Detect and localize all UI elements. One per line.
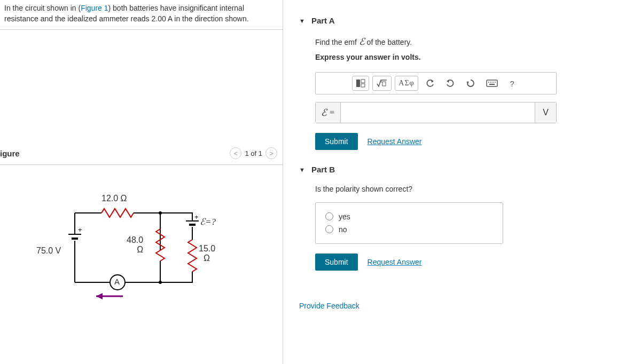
problem-statement: In the circuit shown in (Figure 1) both …	[0, 0, 283, 30]
figure-section: igure < 1 of 1 >	[0, 30, 283, 364]
v1-label: 75.0 V	[36, 246, 61, 256]
request-answer-b[interactable]: Request Answer	[368, 258, 422, 266]
answer-toolbar: x ΑΣφ	[315, 72, 557, 94]
sqrt-button[interactable]: x	[372, 76, 392, 91]
svg-text:x: x	[380, 80, 382, 83]
radio-yes-input[interactable]	[325, 212, 333, 220]
provide-feedback-link[interactable]: Provide Feedback	[299, 302, 359, 310]
submit-button-a[interactable]: Submit	[315, 133, 358, 150]
part-b-block: ▼ Part B Is the polarity shown correct? …	[299, 165, 625, 270]
svg-point-10	[159, 281, 162, 284]
svg-point-23	[495, 82, 496, 83]
part-b-title: Part B	[311, 165, 335, 174]
svg-text:+: +	[194, 213, 199, 221]
collapse-icon: ▼	[299, 18, 305, 24]
ammeter-label: A	[114, 277, 120, 286]
part-a-instruction: Express your answer in volts.	[315, 52, 625, 62]
r3-label: 15.0 Ω	[199, 244, 215, 263]
radio-group: yes no	[315, 202, 503, 244]
svg-point-22	[493, 82, 494, 83]
undo-button[interactable]	[421, 76, 439, 91]
svg-point-9	[159, 211, 162, 215]
answer-suffix: V	[535, 102, 556, 123]
radio-no-input[interactable]	[325, 225, 333, 233]
right-panel: ▼ Part A Find the emf ℰ of the battery. …	[283, 0, 641, 364]
svg-rect-19	[487, 80, 497, 86]
svg-point-20	[488, 82, 489, 83]
part-a-header[interactable]: ▼ Part A	[299, 16, 625, 25]
svg-text:+: +	[78, 226, 82, 234]
radio-yes[interactable]: yes	[325, 210, 493, 223]
svg-rect-11	[356, 80, 360, 87]
reset-button[interactable]	[462, 76, 479, 91]
help-button[interactable]: ?	[505, 76, 520, 91]
svg-marker-8	[96, 293, 103, 299]
circuit-diagram: + +	[32, 197, 224, 304]
redo-button[interactable]	[442, 76, 459, 91]
answer-row: ℰ = V	[315, 102, 557, 123]
keyboard-button[interactable]	[482, 76, 502, 91]
svg-rect-24	[489, 84, 495, 85]
problem-prefix: In the circuit shown in (	[4, 4, 81, 12]
greek-button[interactable]: ΑΣφ	[395, 76, 418, 91]
submit-button-b[interactable]: Submit	[315, 254, 358, 271]
part-a-title: Part A	[311, 16, 335, 25]
r1-label: 12.0 Ω	[101, 194, 127, 203]
part-b-header[interactable]: ▼ Part B	[299, 165, 625, 174]
svg-rect-14	[382, 82, 386, 86]
svg-point-21	[490, 82, 491, 83]
answer-prefix: ℰ =	[316, 102, 341, 123]
part-a-prompt: Find the emf ℰ of the battery.	[315, 35, 625, 49]
left-panel: In the circuit shown in (Figure 1) both …	[0, 0, 283, 364]
figure-link[interactable]: Figure 1	[81, 4, 108, 12]
radio-no[interactable]: no	[325, 223, 493, 236]
svg-rect-13	[361, 84, 365, 87]
pager-prev-button[interactable]: <	[230, 147, 241, 159]
collapse-icon: ▼	[299, 167, 305, 173]
emf-label: ℰ=?	[200, 216, 216, 227]
part-a-block: ▼ Part A Find the emf ℰ of the battery. …	[299, 16, 625, 150]
answer-input[interactable]	[341, 102, 535, 123]
figure-pager: < 1 of 1 >	[230, 147, 277, 159]
pager-text: 1 of 1	[245, 149, 262, 157]
figure-title: igure	[0, 149, 20, 158]
part-b-prompt: Is the polarity shown correct?	[315, 184, 625, 194]
radio-yes-label: yes	[339, 212, 350, 221]
pager-next-button[interactable]: >	[265, 147, 277, 159]
template-button[interactable]	[352, 76, 369, 91]
radio-no-label: no	[339, 225, 347, 234]
svg-rect-12	[361, 80, 365, 83]
r2-label: 48.0Ω	[127, 235, 143, 255]
request-answer-a[interactable]: Request Answer	[368, 137, 422, 146]
